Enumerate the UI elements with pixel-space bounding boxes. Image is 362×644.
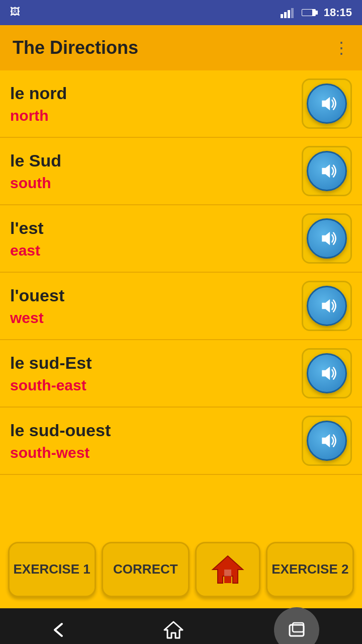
- svg-marker-7: [322, 97, 330, 110]
- system-nav-bar: [0, 608, 362, 644]
- speaker-icon-3: [316, 295, 338, 317]
- spacer: [0, 475, 362, 535]
- speaker-icon-4: [316, 362, 338, 384]
- app-bar: The Directions ⋮: [0, 25, 362, 70]
- speaker-icon-5: [316, 430, 338, 452]
- vocab-english-4: south-east: [10, 377, 92, 394]
- battery-icon: [302, 8, 318, 17]
- speaker-icon-0: [316, 93, 338, 115]
- exercise1-button[interactable]: EXERCISE 1: [8, 542, 96, 597]
- vocab-list: le nord north le Sud south: [0, 70, 362, 475]
- vocab-row: le sud-Est south-east: [0, 340, 362, 408]
- vocab-english-5: south-west: [10, 444, 111, 461]
- svg-rect-17: [290, 625, 304, 636]
- vocab-english-1: south: [10, 175, 61, 192]
- svg-marker-9: [322, 232, 330, 245]
- photo-icon: 🖼: [10, 6, 20, 18]
- back-icon: [48, 620, 68, 640]
- speaker-circle-0: [307, 84, 347, 124]
- recents-icon: [288, 621, 306, 639]
- home-sys-button[interactable]: [158, 615, 189, 645]
- bottom-actions: EXERCISE 1 CORRECT EXERCISE 2: [0, 535, 362, 608]
- speaker-circle-1: [307, 151, 347, 191]
- vocab-french-2: l'est: [10, 218, 44, 238]
- vocab-english-0: north: [10, 107, 67, 124]
- vocab-english-2: east: [10, 242, 44, 259]
- vocab-text-0: le nord north: [10, 84, 67, 124]
- vocab-french-1: le Sud: [10, 151, 61, 171]
- audio-button-3[interactable]: [302, 281, 352, 331]
- vocab-english-3: west: [10, 309, 64, 327]
- vocab-text-1: le Sud south: [10, 151, 61, 192]
- svg-marker-10: [322, 299, 330, 312]
- audio-button-0[interactable]: [302, 78, 352, 129]
- svg-rect-0: [281, 14, 283, 18]
- speaker-circle-4: [307, 353, 347, 393]
- status-bar: 🖼 18:15: [0, 0, 362, 25]
- vocab-french-5: le sud-ouest: [10, 421, 111, 440]
- signal-icon: [281, 7, 296, 18]
- audio-button-2[interactable]: [302, 213, 352, 264]
- svg-marker-11: [322, 367, 330, 380]
- vocab-french-3: l'ouest: [10, 286, 64, 305]
- house-icon: [210, 552, 245, 587]
- home-button[interactable]: [195, 542, 260, 597]
- speaker-circle-3: [307, 286, 347, 326]
- vocab-text-4: le sud-Est south-east: [10, 353, 92, 394]
- vocab-text-2: l'est east: [10, 218, 44, 259]
- svg-marker-16: [164, 622, 183, 638]
- svg-rect-1: [284, 12, 287, 18]
- menu-button[interactable]: ⋮: [333, 38, 349, 57]
- vocab-french-4: le sud-Est: [10, 353, 92, 373]
- vocab-row: l'est east: [0, 205, 362, 273]
- audio-button-4[interactable]: [302, 348, 352, 398]
- audio-button-5[interactable]: [302, 416, 352, 466]
- vocab-row: le sud-ouest south-west: [0, 408, 362, 475]
- back-button[interactable]: [43, 615, 73, 645]
- home-sys-icon: [163, 620, 184, 640]
- vocab-row: le Sud south: [0, 138, 362, 205]
- correct-button[interactable]: CORRECT: [102, 542, 190, 597]
- exercise2-button[interactable]: EXERCISE 2: [266, 542, 354, 597]
- svg-rect-5: [316, 11, 318, 15]
- svg-marker-12: [322, 434, 330, 447]
- vocab-text-3: l'ouest west: [10, 286, 64, 327]
- svg-rect-3: [291, 8, 294, 18]
- speaker-circle-2: [307, 218, 347, 259]
- vocab-row: le nord north: [0, 70, 362, 138]
- speaker-icon-1: [316, 160, 338, 182]
- page-title: The Directions: [13, 37, 138, 58]
- time-display: 18:15: [324, 6, 352, 19]
- audio-button-1[interactable]: [302, 146, 352, 196]
- svg-rect-2: [288, 10, 290, 18]
- speaker-icon-2: [316, 227, 338, 250]
- exercise2-label: EXERCISE 2: [272, 561, 348, 577]
- speaker-circle-5: [307, 421, 347, 461]
- svg-marker-8: [322, 165, 330, 178]
- vocab-french-0: le nord: [10, 84, 67, 103]
- vocab-row: l'ouest west: [0, 273, 362, 340]
- correct-label: CORRECT: [113, 561, 178, 577]
- recents-button[interactable]: [274, 607, 319, 645]
- svg-rect-6: [302, 10, 312, 16]
- vocab-text-5: le sud-ouest south-west: [10, 421, 111, 461]
- svg-rect-14: [224, 576, 231, 583]
- exercise1-label: EXERCISE 1: [14, 561, 90, 577]
- svg-rect-15: [224, 570, 231, 576]
